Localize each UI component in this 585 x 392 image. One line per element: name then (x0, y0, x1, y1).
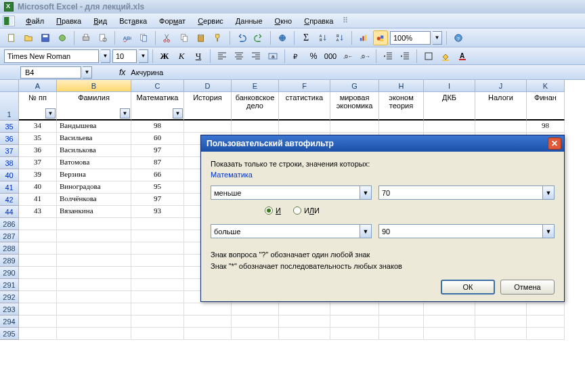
filter-button-B[interactable]: ▼ (120, 108, 130, 118)
cell[interactable]: Волчёнкова (57, 194, 131, 206)
bold-button[interactable]: Ж (157, 49, 172, 63)
cell[interactable]: 93 (131, 206, 184, 218)
condition1-operator-select[interactable]: меньше▼ (211, 186, 372, 200)
row-header[interactable]: 292 (0, 291, 19, 303)
cell[interactable] (279, 328, 330, 340)
menu-data[interactable]: Данные (230, 16, 268, 26)
cell[interactable] (279, 315, 330, 328)
cell[interactable] (232, 315, 279, 328)
menu-file[interactable]: Файл (20, 16, 49, 26)
cell[interactable]: 39 (19, 169, 57, 181)
cell[interactable]: Виноградова (57, 181, 131, 194)
font-size-dropdown[interactable]: ▼ (139, 49, 148, 63)
header-cell-statistika[interactable]: статистика (279, 92, 330, 121)
cell[interactable] (232, 303, 279, 315)
menu-insert[interactable]: Вставка (114, 16, 152, 26)
italic-button[interactable]: К (174, 49, 189, 63)
row-header[interactable]: 36 (0, 133, 19, 145)
cell[interactable] (19, 291, 57, 303)
decrease-decimal-button[interactable]: ,0→ (357, 49, 372, 63)
cell[interactable]: 35 (19, 133, 57, 145)
cell[interactable] (131, 291, 184, 303)
cell[interactable] (279, 303, 330, 315)
paste-button[interactable] (194, 30, 209, 45)
cell[interactable] (131, 267, 184, 279)
copy-button[interactable] (177, 30, 192, 45)
menu-window[interactable]: Окно (269, 16, 298, 26)
cell[interactable] (379, 303, 424, 315)
cell[interactable] (19, 315, 57, 328)
decrease-indent-button[interactable] (381, 49, 395, 63)
fx-label[interactable]: fx (119, 68, 125, 77)
header-cell-familia[interactable]: Фамилия▼ (57, 92, 131, 121)
cell[interactable] (184, 315, 232, 328)
row-header[interactable]: 42 (0, 194, 19, 206)
row-header[interactable]: 294 (0, 315, 19, 328)
row-header[interactable]: 295 (0, 328, 19, 340)
and-radio[interactable]: И (265, 206, 281, 215)
borders-button[interactable] (421, 49, 436, 63)
cell[interactable] (527, 303, 565, 315)
row-header[interactable]: 290 (0, 267, 19, 279)
condition2-operator-select[interactable]: больше▼ (211, 224, 372, 238)
align-center-button[interactable] (232, 49, 246, 63)
cell[interactable]: 66 (131, 169, 184, 181)
or-radio[interactable]: ИЛИ (293, 206, 320, 215)
cut-button[interactable] (160, 30, 175, 45)
row-header[interactable]: 286 (0, 218, 19, 230)
cell[interactable] (184, 121, 232, 133)
cell[interactable] (475, 315, 527, 328)
col-header-B[interactable]: B (57, 80, 131, 92)
col-header-A[interactable]: A (19, 80, 57, 92)
cell[interactable] (330, 303, 379, 315)
formula-value[interactable]: Акчурина (131, 68, 163, 77)
cell[interactable]: 41 (19, 194, 57, 206)
filter-button-C[interactable]: ▼ (173, 108, 183, 118)
drawing-toolbar-button[interactable] (373, 30, 388, 45)
cell[interactable]: 40 (19, 181, 57, 194)
row-header[interactable]: 291 (0, 279, 19, 291)
autosum-button[interactable]: Σ (299, 30, 313, 45)
cell[interactable] (57, 218, 131, 230)
row-header[interactable]: 44 (0, 206, 19, 218)
header-cell-istoriya[interactable]: История (184, 92, 232, 121)
font-color-button[interactable]: A (455, 49, 470, 63)
cell[interactable] (184, 328, 232, 340)
cell[interactable] (232, 121, 279, 133)
menu-format[interactable]: Формат (154, 16, 191, 26)
format-painter-button[interactable] (211, 30, 225, 45)
cell[interactable] (19, 255, 57, 267)
cancel-button[interactable]: Отмена (500, 280, 555, 295)
row-header[interactable]: 41 (0, 181, 19, 194)
merge-center-button[interactable]: a (265, 49, 280, 63)
condition1-value-input[interactable]: 70▼ (378, 186, 555, 200)
cell[interactable]: Василькова (57, 145, 131, 157)
cell[interactable] (424, 315, 475, 328)
row-header[interactable]: 289 (0, 255, 19, 267)
cell[interactable] (424, 121, 475, 133)
undo-button[interactable] (234, 30, 249, 45)
row-header[interactable]: 40 (0, 169, 19, 181)
cell[interactable] (57, 242, 131, 255)
font-name-combo[interactable]: Times New Roman (4, 49, 99, 63)
menu-edit[interactable]: Правка (51, 16, 87, 26)
cell[interactable] (279, 121, 330, 133)
cell[interactable]: Вандышева (57, 121, 131, 133)
cell[interactable]: 60 (131, 133, 184, 145)
cell[interactable]: Вязанкина (57, 206, 131, 218)
col-header-C[interactable]: C (131, 80, 184, 92)
cell[interactable] (19, 303, 57, 315)
cell[interactable] (131, 218, 184, 230)
menu-tools[interactable]: Сервис (192, 16, 229, 26)
cell[interactable] (57, 291, 131, 303)
chart-wizard-button[interactable] (356, 30, 371, 45)
cell[interactable] (330, 121, 379, 133)
cell[interactable] (19, 230, 57, 242)
col-header-E[interactable]: E (232, 80, 279, 92)
sort-asc-button[interactable]: AЯ (316, 30, 330, 45)
dialog-titlebar[interactable]: Пользовательский автофильтр ✕ (201, 135, 564, 152)
cell[interactable] (57, 328, 131, 340)
cell[interactable] (57, 230, 131, 242)
workbook-icon[interactable] (3, 16, 15, 26)
cell[interactable] (424, 328, 475, 340)
